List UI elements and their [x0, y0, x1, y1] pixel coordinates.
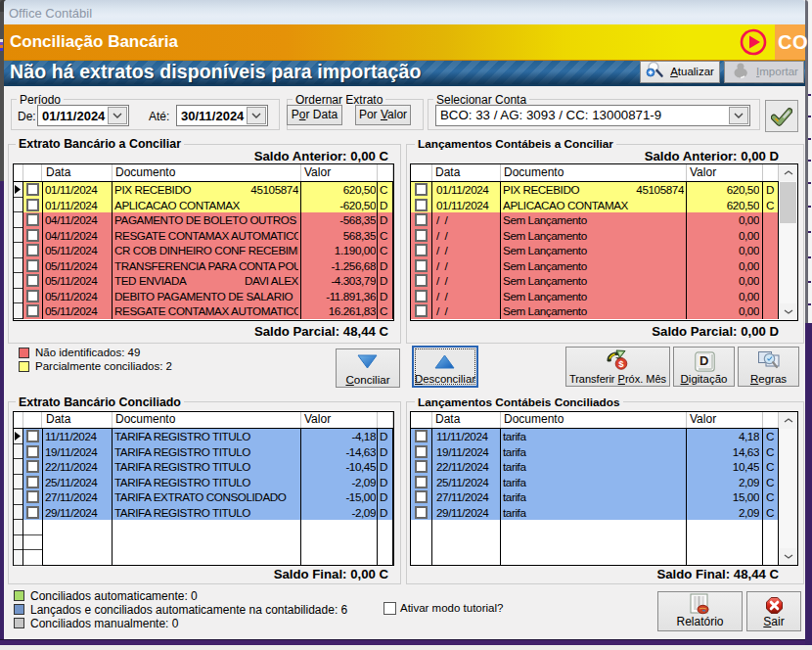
svg-text:$: $	[618, 358, 624, 369]
svg-text:D: D	[699, 353, 708, 368]
